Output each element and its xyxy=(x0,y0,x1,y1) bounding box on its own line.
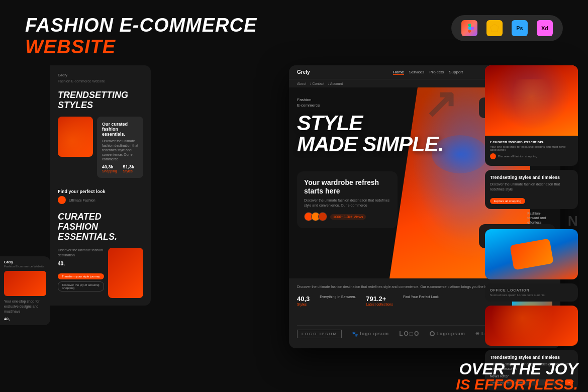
right-panel: G r curated fashion essentials. Your one… xyxy=(485,65,578,392)
far-left-brand: Grely xyxy=(4,260,46,264)
find-look: Find your perfect look xyxy=(58,189,143,194)
n-letter: N xyxy=(485,213,578,229)
office-text: Nostrud irure ipsum Lorem dolor sunt nis… xyxy=(490,293,573,297)
right-card1-content: r curated fashion essentials. Your one-s… xyxy=(485,136,578,163)
hero-main-text: STYLEMADE SIMPLE. xyxy=(297,113,443,155)
right-card3 xyxy=(485,229,578,279)
bottom-stat-1: 40,3 Styles xyxy=(297,295,310,306)
hero-text-section: Fashion E-commerce STYLEMADE SIMPLE. xyxy=(297,97,443,155)
sidebar-stat1-num: 40,3k xyxy=(102,164,117,169)
bottom-stat-4: Find Your Perfect Look xyxy=(403,295,439,299)
photoshop-icon: Ps xyxy=(512,20,528,36)
nav-link-services[interactable]: Services xyxy=(409,70,425,75)
right-card2-title: Trendsetting styles and timeless xyxy=(490,175,573,180)
sidebar-heading1: TRENDSETTING STYLES xyxy=(58,90,143,111)
sidebar-sub-brand: Fashion E-commerce Website xyxy=(58,79,143,83)
nav-brand: Grely xyxy=(297,69,310,75)
logo-4: Logoipsum xyxy=(430,331,465,336)
right-card2-text: Discover the ultimate fashion destinatio… xyxy=(490,182,573,192)
logo-2: 🐾 logo ipsum xyxy=(352,331,389,337)
sidebar-card-title: Our curated fashion essentials. xyxy=(102,122,138,137)
tools-bar: Ps Xd xyxy=(451,15,563,41)
sidebar-stat2-label: Styles xyxy=(123,169,135,173)
office-label: OFFICE LOCATION xyxy=(490,288,573,292)
figma-icon xyxy=(461,20,477,36)
right-card3-img xyxy=(485,229,578,279)
right-card1: G r curated fashion essentials. Your one… xyxy=(485,65,578,166)
left-sidebar: Grely Fashion E-commerce Website TRENDSE… xyxy=(50,65,151,306)
hero-label: Fashion xyxy=(297,97,443,102)
right-n-area: N xyxy=(485,213,578,229)
sidebar-stat2-num: 51,3k xyxy=(123,164,135,169)
sidebar-brand: Grely xyxy=(58,73,143,77)
nav-sub-about: About xyxy=(297,82,306,85)
wardrobe-card: Your wardrobe refresh starts here Discov… xyxy=(297,171,398,228)
right-curated-text: Your one-stop shop for exclusive designs… xyxy=(490,145,573,151)
bottom-stat-2: Everything In Between. xyxy=(320,295,356,299)
nav-link-home[interactable]: Home xyxy=(393,70,404,75)
far-left-sub: Fashion E-commerce Website xyxy=(4,265,46,268)
header-title-sub: WEBSITE xyxy=(25,36,257,58)
over-the-joy-section: OVER THE JOY IS EFFORTLESS. xyxy=(456,361,578,392)
sidebar-stat1-label: Shopping xyxy=(102,169,117,173)
right-card4: OFFICE LOCATION Nostrud irure ipsum Lore… xyxy=(485,283,578,302)
wardrobe-title: Your wardrobe refresh starts here xyxy=(304,178,390,195)
sidebar-card-text: Discover the ultimate fashion destinatio… xyxy=(102,139,138,161)
logo-3: LO□O xyxy=(399,330,420,337)
right-card5 xyxy=(485,306,578,346)
right-card2: Trendsetting styles and timeless Discove… xyxy=(485,170,578,209)
right-curated-title: r curated fashion essentials. xyxy=(490,140,573,144)
nav-link-support[interactable]: Support xyxy=(449,70,463,75)
right-card5-img xyxy=(485,306,578,346)
far-left-card: Grely Fashion E-commerce Website Your on… xyxy=(0,256,50,325)
header: FASHION E-COMMERCE WEBSITE xyxy=(25,15,257,58)
nav-link-projects[interactable]: Projects xyxy=(429,70,444,75)
sketch-icon xyxy=(486,20,503,36)
over-the-joy-text: OVER THE JOY xyxy=(456,361,578,377)
logo-1: LOGO IPSUM xyxy=(297,330,342,338)
cta-avatars xyxy=(304,212,327,221)
wardrobe-cta: 1000+ 1.3k+ Views xyxy=(304,212,390,221)
avatar-3 xyxy=(318,212,327,221)
header-title-main: FASHION E-COMMERCE xyxy=(25,15,257,36)
cta-count: 1000+ 1.3k+ Views xyxy=(330,214,366,220)
right-explore-btn[interactable]: Explore all shopping xyxy=(490,198,525,204)
right-card1-img xyxy=(485,65,578,136)
nav-sub-account: / Account xyxy=(328,82,343,85)
hero-label2: E-commerce xyxy=(297,103,443,108)
svg-marker-0 xyxy=(491,24,499,32)
sidebar-heading2: CURATED FASHION ESSENTIALS. xyxy=(58,212,143,242)
main-canvas: ↗ Grely Fashion E-commerce Website Your … xyxy=(0,65,588,392)
wardrobe-text: Discover the ultimate fashion destinatio… xyxy=(304,198,390,208)
xd-icon: Xd xyxy=(537,20,553,36)
tagline-text: IS EFFORTLESS. xyxy=(456,377,578,392)
nav-sub-contact: / Contact xyxy=(310,82,324,85)
deco-arrow: ↗ xyxy=(424,80,457,127)
right-card6-title: Trendsetting styles and timeless xyxy=(490,355,573,360)
nav-links: Home Services Projects Support xyxy=(393,70,463,75)
far-left-text: Your one-stop shop for exclusive designs… xyxy=(4,299,46,314)
bottom-stat-3: 791.2+ Latest collections xyxy=(366,295,393,306)
